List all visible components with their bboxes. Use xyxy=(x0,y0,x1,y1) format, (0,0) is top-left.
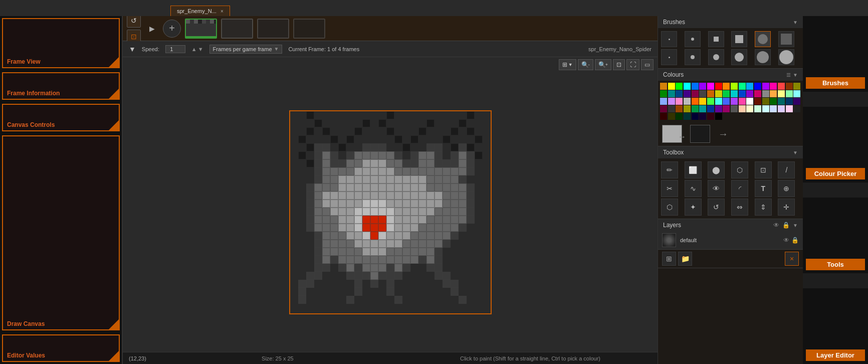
canvas-pixel[interactable] xyxy=(459,248,467,256)
canvas-pixel[interactable] xyxy=(362,248,370,256)
canvas-pixel[interactable] xyxy=(314,208,322,216)
canvas-pixel[interactable] xyxy=(435,143,443,151)
canvas-pixel[interactable] xyxy=(330,272,338,280)
canvas-pixel[interactable] xyxy=(298,192,306,200)
colour-swatch[interactable] xyxy=(692,105,699,112)
speed-up[interactable]: ▲ xyxy=(191,46,197,52)
canvas-pixel[interactable] xyxy=(298,151,306,159)
colour-swatch[interactable] xyxy=(746,105,753,112)
canvas-pixel[interactable] xyxy=(306,240,314,248)
canvas-pixel[interactable] xyxy=(402,184,410,192)
colour-swatch[interactable] xyxy=(754,105,761,112)
canvas-pixel[interactable] xyxy=(346,304,354,312)
colour-swatch[interactable] xyxy=(770,90,777,97)
canvas-pixel[interactable] xyxy=(338,224,346,232)
canvas-pixel[interactable] xyxy=(435,167,443,175)
canvas-pixel[interactable] xyxy=(306,256,314,264)
canvas-pixel[interactable] xyxy=(451,288,459,296)
canvas-pixel[interactable] xyxy=(410,200,418,208)
canvas-pixel[interactable] xyxy=(370,280,378,288)
colour-swatch[interactable] xyxy=(699,113,706,120)
canvas-pixel[interactable] xyxy=(298,127,306,135)
canvas-pixel[interactable] xyxy=(378,192,386,200)
canvas-pixel[interactable] xyxy=(354,232,362,240)
canvas-pixel[interactable] xyxy=(306,159,314,167)
canvas-pixel[interactable] xyxy=(386,208,394,216)
canvas-pixel[interactable] xyxy=(354,200,362,208)
canvas-pixel[interactable] xyxy=(426,224,435,232)
canvas-pixel[interactable] xyxy=(459,184,467,192)
colour-swatch[interactable] xyxy=(660,113,667,120)
canvas-pixel[interactable] xyxy=(362,240,370,248)
canvas-pixel[interactable] xyxy=(370,272,378,280)
canvas-pixel[interactable] xyxy=(322,175,330,184)
canvas-pixel[interactable] xyxy=(314,200,322,208)
pixel-canvas[interactable] xyxy=(289,110,492,314)
colour-swatch[interactable] xyxy=(707,83,714,90)
canvas-pixel[interactable] xyxy=(459,240,467,248)
canvas-pixel[interactable] xyxy=(459,111,467,119)
colour-swatch[interactable] xyxy=(715,83,722,90)
canvas-pixel[interactable] xyxy=(330,232,338,240)
canvas-pixel[interactable] xyxy=(338,167,346,175)
canvas-pixel[interactable] xyxy=(338,304,346,312)
canvas-pixel[interactable] xyxy=(459,216,467,224)
brush-2[interactable] xyxy=(685,31,701,47)
canvas-pixel[interactable] xyxy=(426,200,435,208)
brush-10[interactable] xyxy=(731,49,747,65)
canvas-pixel[interactable] xyxy=(338,159,346,167)
canvas-pixel[interactable] xyxy=(459,119,467,127)
canvas-pixel[interactable] xyxy=(362,224,370,232)
canvas-pixel[interactable] xyxy=(483,200,491,208)
canvas-pixel[interactable] xyxy=(298,264,306,272)
canvas-pixel[interactable] xyxy=(475,264,483,272)
canvas-pixel[interactable] xyxy=(370,159,378,167)
colour-swatch[interactable] xyxy=(668,113,675,120)
canvas-pixel[interactable] xyxy=(394,248,402,256)
canvas-pixel[interactable] xyxy=(378,240,386,248)
canvas-pixel[interactable] xyxy=(451,159,459,167)
canvas-pixel[interactable] xyxy=(402,200,410,208)
canvas-pixel[interactable] xyxy=(394,304,402,312)
canvas-pixel[interactable] xyxy=(394,256,402,264)
canvas-pixel[interactable] xyxy=(322,248,330,256)
canvas-pixel[interactable] xyxy=(426,167,435,175)
canvas-pixel[interactable] xyxy=(467,143,475,151)
move-select-tool[interactable]: ⊡ xyxy=(755,161,772,178)
canvas-pixel[interactable] xyxy=(354,175,362,184)
canvas-pixel[interactable] xyxy=(330,216,338,224)
canvas-pixel[interactable] xyxy=(298,216,306,224)
canvas-pixel[interactable] xyxy=(362,192,370,200)
canvas-pixel[interactable] xyxy=(475,208,483,216)
canvas-pixel[interactable] xyxy=(322,280,330,288)
line-tool[interactable]: / xyxy=(778,161,795,178)
canvas-pixel[interactable] xyxy=(426,296,435,304)
canvas-pixel[interactable] xyxy=(306,175,314,184)
canvas-pixel[interactable] xyxy=(378,151,386,159)
canvas-pixel[interactable] xyxy=(426,216,435,224)
canvas-pixel[interactable] xyxy=(443,135,451,143)
cut-tool[interactable]: ✂ xyxy=(661,180,678,197)
canvas-pixel[interactable] xyxy=(426,304,435,312)
canvas-pixel[interactable] xyxy=(322,159,330,167)
canvas-pixel[interactable] xyxy=(378,127,386,135)
canvas-pixel[interactable] xyxy=(338,256,346,264)
canvas-pixel[interactable] xyxy=(306,224,314,232)
canvas-pixel[interactable] xyxy=(354,248,362,256)
canvas-pixel[interactable] xyxy=(290,288,298,296)
canvas-pixel[interactable] xyxy=(362,119,370,127)
canvas-pixel[interactable] xyxy=(451,192,459,200)
canvas-pixel[interactable] xyxy=(410,216,418,224)
canvas-pixel[interactable] xyxy=(330,167,338,175)
canvas-pixel[interactable] xyxy=(483,256,491,264)
canvas-pixel[interactable] xyxy=(338,272,346,280)
canvas-pixel[interactable] xyxy=(410,143,418,151)
canvas-pixel[interactable] xyxy=(451,111,459,119)
canvas-pixel[interactable] xyxy=(451,296,459,304)
colour-swatch[interactable] xyxy=(754,98,761,105)
colour-swatch[interactable] xyxy=(739,98,746,105)
canvas-pixel[interactable] xyxy=(386,159,394,167)
canvas-pixel[interactable] xyxy=(362,216,370,224)
layers-visibility-icon[interactable]: 👁 xyxy=(773,222,779,229)
canvas-pixel[interactable] xyxy=(370,232,378,240)
